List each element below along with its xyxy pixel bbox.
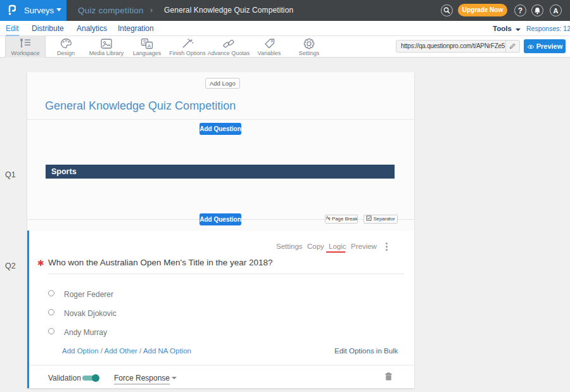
svg-text:A: A [148,43,151,49]
svg-text:文: 文 [142,39,147,44]
